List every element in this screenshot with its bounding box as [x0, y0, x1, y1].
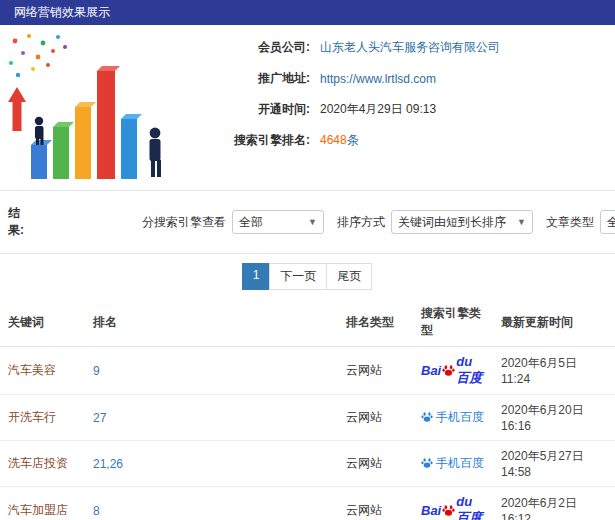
header-keyword: 关键词 — [0, 298, 85, 347]
engine-select-value: 全部 — [239, 214, 263, 231]
sort-select[interactable]: 关键词由短到长排序 ▼ — [391, 210, 533, 234]
rank-type-cell: 云网站 — [338, 487, 413, 520]
chevron-down-icon: ▼ — [308, 217, 317, 227]
baidu-logo-prefix: Bai — [421, 503, 441, 518]
mobile-baidu-logo: 手机百度 — [421, 455, 484, 472]
rank-cell: 8 — [85, 487, 338, 520]
rank-link[interactable]: 27 — [93, 411, 106, 425]
keyword-cell: 开洗车行 — [0, 395, 85, 441]
rank-link[interactable]: 21,26 — [93, 457, 123, 471]
company-label: 会员公司: — [190, 39, 310, 56]
result-label: 结果: — [8, 205, 24, 239]
mobile-baidu-logo: 手机百度 — [421, 409, 484, 426]
keyword-cell: 汽车美容 — [0, 347, 85, 395]
rank-type-cell: 云网站 — [338, 347, 413, 395]
keyword-cell: 汽车加盟店 — [0, 487, 85, 520]
header-engine-type: 搜索引擎类型 — [413, 298, 493, 347]
header-rank-type: 排名类型 — [338, 298, 413, 347]
engine-filter-label: 分搜索引擎查看 — [142, 214, 226, 231]
engine-type-cell: 手机百度 — [413, 441, 493, 487]
bar-chart-graphic — [3, 29, 188, 184]
pagination-last-button[interactable]: 尾页 — [326, 263, 372, 290]
pagination-page-1[interactable]: 1 — [242, 263, 271, 290]
baidu-paw-icon — [442, 364, 455, 377]
rank-count-number: 4648 — [320, 133, 347, 147]
article-type-select[interactable]: 全部 ▼ — [600, 210, 615, 234]
chevron-down-icon: ▼ — [517, 217, 526, 227]
company-link[interactable]: 山东老人头汽车服务咨询有限公司 — [320, 39, 500, 56]
baidu-logo-prefix: Bai — [421, 363, 441, 378]
table-row: 洗车店投资 21,26 云网站 手机百度 2020年5月27日 14:58 — [0, 441, 615, 487]
header-updated-time: 最新更新时间 — [493, 298, 615, 347]
header-rank: 排名 — [85, 298, 338, 347]
table-row: 开洗车行 27 云网站 手机百度 2020年6月20日 16:16 — [0, 395, 615, 441]
table-row: 汽车美容 9 云网站 Bai du百度 2020年6月5日 11:24 — [0, 347, 615, 395]
table-row: 汽车加盟店 8 云网站 Bai du百度 2020年6月2日 16:12 — [0, 487, 615, 520]
baidu-logo-suffix: du百度 — [456, 494, 485, 520]
rank-cell: 21,26 — [85, 441, 338, 487]
keyword-ranking-table: 关键词 排名 排名类型 搜索引擎类型 最新更新时间 汽车美容 9 云网站 Bai… — [0, 298, 615, 520]
marketing-chart-illustration — [0, 29, 190, 184]
info-row-company: 会员公司: 山东老人头汽车服务咨询有限公司 — [190, 39, 615, 56]
rank-count-unit: 条 — [347, 133, 359, 147]
page-header: 网络营销效果展示 — [0, 0, 615, 25]
open-time-label: 开通时间: — [190, 101, 310, 118]
info-row-open-time: 开通时间: 2020年4月29日 09:13 — [190, 101, 615, 118]
baidu-paw-icon — [442, 504, 455, 517]
info-row-rank-count: 搜索引擎排名: 4648条 — [190, 132, 615, 149]
promo-url-link[interactable]: https://www.lrtlsd.com — [320, 72, 436, 86]
keyword-cell: 洗车店投资 — [0, 441, 85, 487]
rank-type-cell: 云网站 — [338, 441, 413, 487]
table-header-row: 关键词 排名 排名类型 搜索引擎类型 最新更新时间 — [0, 298, 615, 347]
engine-type-cell: Bai du百度 — [413, 487, 493, 520]
account-info-list: 会员公司: 山东老人头汽车服务咨询有限公司 推广地址: https://www.… — [190, 29, 615, 184]
baidu-logo: Bai du百度 — [421, 354, 485, 387]
rank-count-value: 4648条 — [320, 132, 359, 149]
pagination-next-button[interactable]: 下一页 — [269, 263, 327, 290]
baidu-logo-suffix: du百度 — [456, 354, 485, 387]
engine-filter-group: 分搜索引擎查看 全部 ▼ — [142, 210, 324, 234]
rank-link[interactable]: 8 — [93, 504, 100, 518]
rank-type-cell: 云网站 — [338, 395, 413, 441]
rank-count-label: 搜索引擎排名: — [190, 132, 310, 149]
table-body: 汽车美容 9 云网站 Bai du百度 2020年6月5日 11:24 开洗车行… — [0, 347, 615, 520]
rank-link[interactable]: 9 — [93, 364, 100, 378]
updated-time-cell: 2020年6月20日 16:16 — [493, 395, 615, 441]
article-type-select-value: 全部 — [607, 214, 615, 231]
updated-time-cell: 2020年6月2日 16:12 — [493, 487, 615, 520]
updated-time-cell: 2020年5月27日 14:58 — [493, 441, 615, 487]
filter-bar: 结果: 分搜索引擎查看 全部 ▼ 排序方式 关键词由短到长排序 ▼ 文章类型 全… — [0, 190, 615, 254]
open-time-value: 2020年4月29日 09:13 — [320, 101, 436, 118]
account-info-section: 会员公司: 山东老人头汽车服务咨询有限公司 推广地址: https://www.… — [0, 25, 615, 190]
mobile-baidu-label: 手机百度 — [436, 455, 484, 472]
article-type-filter-group: 文章类型 全部 ▼ — [546, 210, 615, 234]
promo-url-label: 推广地址: — [190, 70, 310, 87]
engine-type-cell: Bai du百度 — [413, 347, 493, 395]
sort-filter-group: 排序方式 关键词由短到长排序 ▼ — [337, 210, 533, 234]
pagination: 1 下一页 尾页 — [0, 254, 615, 298]
sort-filter-label: 排序方式 — [337, 214, 385, 231]
baidu-logo: Bai du百度 — [421, 494, 485, 520]
page-title: 网络营销效果展示 — [14, 4, 110, 21]
info-row-url: 推广地址: https://www.lrtlsd.com — [190, 70, 615, 87]
rank-cell: 9 — [85, 347, 338, 395]
engine-type-cell: 手机百度 — [413, 395, 493, 441]
rank-cell: 27 — [85, 395, 338, 441]
updated-time-cell: 2020年6月5日 11:24 — [493, 347, 615, 395]
article-type-label: 文章类型 — [546, 214, 594, 231]
mobile-baidu-label: 手机百度 — [436, 409, 484, 426]
mobile-baidu-paw-icon — [421, 457, 433, 469]
mobile-baidu-paw-icon — [421, 411, 433, 423]
sort-select-value: 关键词由短到长排序 — [398, 214, 506, 231]
engine-select[interactable]: 全部 ▼ — [232, 210, 324, 234]
